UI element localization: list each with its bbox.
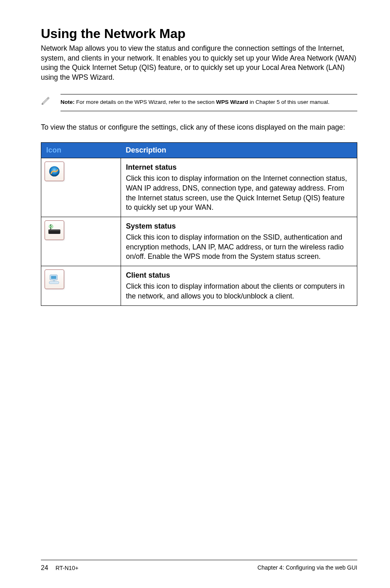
client-status-icon [45,269,64,289]
footer-left: 24 RT-N10+ [41,564,78,572]
table-row: System status Click this icon to display… [41,217,357,266]
system-status-icon [45,220,64,240]
note-pre: For more details on the WPS Wizard, refe… [75,99,216,105]
svg-rect-2 [48,229,60,231]
row-body: Click this icon to display information a… [126,282,345,300]
svg-rect-7 [51,276,56,279]
intro-paragraph: Network Map allows you to view the statu… [41,44,357,83]
page-title: Using the Network Map [41,26,357,41]
page-footer: 24 RT-N10+ Chapter 4: Configuring via th… [41,560,357,572]
svg-point-5 [50,226,52,227]
cell-icon [41,217,121,266]
table-header-row: Icon Description [41,143,357,158]
svg-rect-9 [53,280,55,282]
cell-desc: System status Click this icon to display… [121,217,357,266]
note-post: in Chapter 5 of this user manual. [248,99,329,105]
icon-table: Icon Description [41,142,357,306]
row-title: Internet status [126,162,352,172]
table-row: Internet status Click this icon to displ… [41,158,357,217]
note-block: Note: For more details on the WPS Wizard… [41,94,357,112]
row-body: Click this icon to display information o… [126,233,344,260]
cell-icon [41,158,121,217]
internet-status-icon [45,162,64,181]
pencil-icon [41,96,51,105]
footer-right: Chapter 4: Configuring via the web GUI [258,564,357,572]
row-title: Client status [126,270,352,280]
table-row: Client status Click this icon to display… [41,266,357,305]
cell-desc: Internet status Click this icon to displ… [121,158,357,217]
lead-paragraph: To view the status or configure the sett… [41,123,357,132]
th-desc: Description [121,143,357,158]
note-bold: WPS Wizard [216,99,248,105]
note-text: Note: For more details on the WPS Wizard… [61,94,357,112]
row-title: System status [126,221,352,231]
cell-desc: Client status Click this icon to display… [121,266,357,305]
page-number: 24 [41,564,48,571]
note-label: Note: [61,99,75,105]
cell-icon [41,266,121,305]
row-body: Click this icon to display information o… [126,174,347,211]
th-icon: Icon [41,143,121,158]
product-model: RT-N10+ [56,565,78,571]
page-content: Using the Network Map Network Map allows… [41,25,357,560]
